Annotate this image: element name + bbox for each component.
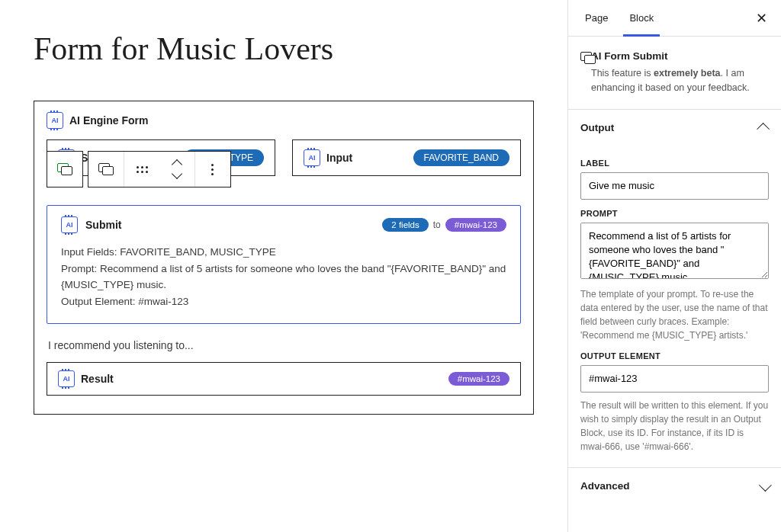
output-panel: Output LABEL PROMPT Recommend a list of … <box>568 109 781 467</box>
recommend-placeholder[interactable]: I recommend you listening to... <box>48 339 519 351</box>
kebab-icon <box>211 164 214 175</box>
submit-line: Input Fields: FAVORITE_BAND, MUSIC_TYPE <box>61 244 506 261</box>
label-label: LABEL <box>580 159 769 168</box>
editor-canvas[interactable]: Form for Music Lovers AI AI Engine Form … <box>0 0 567 532</box>
more-options-button[interactable] <box>195 152 230 187</box>
submit-title: Submit <box>85 219 121 231</box>
input-field-block[interactable]: AI Input FAVORITE_BAND <box>292 139 521 176</box>
chevron-down-icon <box>759 479 772 492</box>
ai-engine-form-block[interactable]: AI AI Engine Form AI Select MUSIC_TYPE A… <box>34 101 534 415</box>
panel-title: Advanced <box>580 480 630 492</box>
output-panel-toggle[interactable]: Output <box>568 110 781 146</box>
page-title[interactable]: Form for Music Lovers <box>34 30 534 67</box>
submit-details: Input Fields: FAVORITE_BAND, MUSIC_TYPE … <box>61 244 506 309</box>
field-key-badge: FAVORITE_BAND <box>413 149 509 166</box>
tab-page[interactable]: Page <box>574 0 619 36</box>
ai-form-icon: AI <box>47 112 63 129</box>
block-info-title: AI Form Submit <box>591 50 769 62</box>
block-info: AI Form Submit This feature is extremely… <box>568 37 781 109</box>
block-info-desc: This feature is extremely beta. I am enh… <box>591 66 769 95</box>
submit-line: Prompt: Recommend a list of 5 artists fo… <box>61 261 506 293</box>
block-title: AI Engine Form <box>69 114 148 127</box>
result-title: Result <box>81 373 114 385</box>
drag-handle[interactable] <box>124 152 159 187</box>
output-element-label: OUTPUT ELEMENT <box>580 351 769 361</box>
output-element-input[interactable] <box>580 365 769 393</box>
close-sidebar-button[interactable]: ✕ <box>747 5 775 32</box>
block-type-icon <box>98 163 114 175</box>
sidebar-tabs: Page Block ✕ <box>568 0 781 37</box>
field-title: Input <box>326 152 352 164</box>
block-header: AI AI Engine Form <box>47 112 521 129</box>
result-block[interactable]: AI Result #mwai-123 <box>47 362 521 396</box>
toolbar-parent-select[interactable] <box>47 151 83 187</box>
output-element-badge: #mwai-123 <box>445 218 506 232</box>
block-toolbar <box>47 151 231 187</box>
to-text: to <box>433 220 441 230</box>
settings-sidebar: Page Block ✕ AI Form Submit This feature… <box>567 0 781 532</box>
ai-field-icon: AI <box>304 149 320 166</box>
submit-line: Output Element: #mwai-123 <box>61 293 506 310</box>
chevron-up-icon <box>757 122 770 135</box>
advanced-panel: Advanced <box>568 467 781 505</box>
ai-result-icon: AI <box>58 370 75 387</box>
updown-icon <box>173 161 181 178</box>
prompt-textarea[interactable]: Recommend a list of 5 artists for someon… <box>580 223 769 279</box>
tab-block[interactable]: Block <box>619 0 664 36</box>
output-element-help: The result will be written to this eleme… <box>580 399 769 453</box>
drag-icon <box>137 166 147 173</box>
prompt-help: The template of your prompt. To re-use t… <box>580 287 769 342</box>
submit-block[interactable]: AI Submit 2 fields to #mwai-123 Input Fi… <box>47 205 521 324</box>
panel-title: Output <box>580 122 614 133</box>
block-type-button[interactable] <box>88 152 124 187</box>
ai-submit-icon: AI <box>61 216 78 233</box>
label-input[interactable] <box>580 172 769 200</box>
move-updown-button[interactable] <box>159 152 194 187</box>
result-output-badge: #mwai-123 <box>448 372 509 386</box>
close-icon: ✕ <box>756 11 767 26</box>
parent-block-icon <box>57 163 72 175</box>
fields-count-badge: 2 fields <box>382 218 428 232</box>
advanced-panel-toggle[interactable]: Advanced <box>568 468 781 505</box>
prompt-label: PROMPT <box>580 209 769 218</box>
